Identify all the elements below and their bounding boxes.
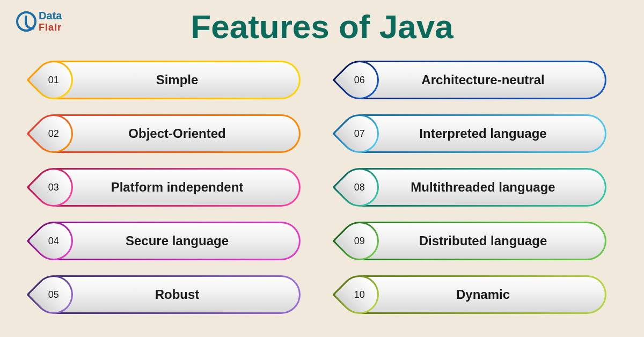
feature-pill: Multithreaded language 08 xyxy=(343,168,606,207)
logo-text: Data Flair xyxy=(39,10,62,33)
page-title: Features of Java xyxy=(0,0,644,46)
feature-pill: Distributed language 09 xyxy=(343,222,606,260)
feature-pill: Architecture-neutral 06 xyxy=(343,61,606,99)
feature-number: 09 xyxy=(354,236,365,247)
feature-number: 07 xyxy=(354,128,365,140)
feature-pill: Interpreted language 07 xyxy=(343,114,606,153)
feature-number: 05 xyxy=(48,289,59,301)
feature-badge: 03 xyxy=(34,168,73,207)
feature-badge: 05 xyxy=(34,275,73,314)
feature-label: Simple xyxy=(39,72,299,87)
logo: Data Flair xyxy=(16,10,62,33)
feature-pill: Secure language 04 xyxy=(38,222,301,260)
feature-badge: 04 xyxy=(34,222,73,260)
feature-label: Multithreaded language xyxy=(345,180,605,195)
logo-icon xyxy=(16,11,36,32)
feature-number: 08 xyxy=(354,182,365,193)
feature-number: 03 xyxy=(48,182,59,193)
feature-badge: 07 xyxy=(340,114,379,153)
feature-badge: 08 xyxy=(340,168,379,207)
feature-pill: Robust 05 xyxy=(38,275,301,314)
feature-pill: Platform independent 03 xyxy=(38,168,301,207)
feature-badge: 09 xyxy=(340,222,379,260)
feature-label: Architecture-neutral xyxy=(345,72,605,87)
feature-number: 06 xyxy=(354,75,365,86)
feature-pill: Simple 01 xyxy=(38,61,301,99)
logo-line2: Flair xyxy=(39,22,62,33)
feature-pill: Object-Oriented 02 xyxy=(38,114,301,153)
feature-label: Secure language xyxy=(39,233,299,248)
feature-pill: Dynamic 10 xyxy=(343,275,606,314)
feature-label: Object-Oriented xyxy=(39,126,299,141)
feature-label: Dynamic xyxy=(345,287,605,302)
feature-columns: Simple 01 Object-Oriented 02 Pla xyxy=(0,61,644,314)
feature-badge: 06 xyxy=(340,61,379,99)
left-column: Simple 01 Object-Oriented 02 Pla xyxy=(38,61,301,314)
feature-label: Distributed language xyxy=(345,233,605,248)
feature-badge: 02 xyxy=(34,114,73,153)
right-column: Architecture-neutral 06 Interpreted lang… xyxy=(343,61,606,314)
feature-badge: 01 xyxy=(34,61,73,99)
feature-label: Interpreted language xyxy=(345,126,605,141)
feature-number: 02 xyxy=(48,128,59,140)
feature-number: 10 xyxy=(354,289,365,301)
feature-badge: 10 xyxy=(340,275,379,314)
feature-number: 01 xyxy=(48,75,59,86)
logo-line1: Data xyxy=(39,10,62,22)
feature-label: Robust xyxy=(39,287,299,302)
feature-label: Platform independent xyxy=(39,180,299,195)
feature-number: 04 xyxy=(48,236,59,247)
